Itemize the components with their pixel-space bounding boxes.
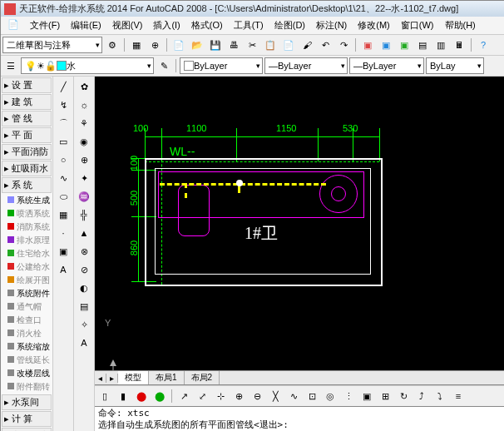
point-icon[interactable]: ·	[55, 225, 72, 241]
menu-help[interactable]: 帮助(H)	[440, 17, 481, 33]
tb-icon[interactable]: ⊹	[212, 388, 229, 404]
side-item[interactable]: 系统附件	[1, 287, 52, 300]
hatch-icon[interactable]: ▦	[55, 206, 72, 223]
menu-edit[interactable]: 编辑(E)	[66, 17, 106, 33]
side-item[interactable]: 绘展开图	[1, 274, 52, 287]
tb-icon[interactable]: ⊖	[249, 388, 265, 404]
tab-model[interactable]: 模型	[118, 371, 149, 384]
save-icon[interactable]: 💾	[207, 37, 224, 53]
match-icon[interactable]: 🖌	[299, 37, 315, 53]
side-item[interactable]: 排水原理	[1, 234, 52, 247]
undo-icon[interactable]: ↶	[317, 37, 334, 53]
pline-icon[interactable]: ↯	[55, 97, 72, 113]
tb-icon[interactable]: ≡	[450, 388, 467, 404]
menu-file[interactable]: 文件(F)	[25, 17, 65, 33]
new-icon[interactable]: 📄	[170, 37, 187, 53]
menu-window[interactable]: 窗口(W)	[396, 17, 439, 33]
tb-icon[interactable]: ↗	[175, 388, 192, 404]
drawing-canvas[interactable]: 100 1100 1150 530 100 500 860	[95, 77, 504, 370]
tb-icon[interactable]: ⊡	[304, 388, 320, 404]
tb-icon[interactable]: ✿	[76, 78, 92, 95]
tb-icon[interactable]: ▥	[432, 37, 449, 53]
layer-props-icon[interactable]: ☰	[2, 57, 19, 74]
tb-icon[interactable]: ▤	[76, 298, 92, 315]
tab-layout1[interactable]: 布局1	[149, 371, 185, 384]
lineweight-selector[interactable]: — ByLayer	[349, 57, 424, 74]
menu-tools[interactable]: 工具(T)	[229, 17, 269, 33]
tb-icon[interactable]: ▦	[128, 37, 145, 53]
menu-modify[interactable]: 修改(M)	[353, 17, 395, 33]
tb-icon[interactable]: ▲	[76, 225, 92, 241]
tb-icon[interactable]: ⚘	[76, 115, 92, 131]
tb-icon[interactable]: ▯	[96, 388, 113, 404]
spline-icon[interactable]: ∿	[55, 170, 72, 186]
menu-format[interactable]: 格式(O)	[186, 17, 228, 33]
side-group[interactable]: ▸ 平面消防	[2, 144, 52, 160]
menu-draw[interactable]: 绘图(D)	[269, 17, 310, 33]
linetype-selector[interactable]: — ByLayer	[264, 57, 348, 74]
menu-view[interactable]: 视图(V)	[107, 17, 148, 33]
tb-icon[interactable]: ⊘	[76, 261, 92, 278]
layer-selector[interactable]: 💡☀🔓 水	[21, 57, 154, 74]
side-item[interactable]: 喷洒系统	[1, 207, 52, 220]
side-group[interactable]: ▸ 水泵间	[2, 394, 52, 410]
side-item[interactable]: 系统生成	[1, 194, 52, 207]
ws-settings-icon[interactable]: ⚙	[104, 37, 121, 53]
tb-icon[interactable]: ⊕	[76, 151, 92, 168]
block-icon[interactable]: ▣	[55, 243, 72, 260]
side-group[interactable]: ▸ 平 面	[2, 127, 52, 143]
circle-icon[interactable]: ○	[55, 151, 72, 168]
side-item[interactable]: 通气帽	[1, 300, 52, 314]
side-group[interactable]: ▸ 专业标注	[2, 428, 52, 431]
ellipse-icon[interactable]: ⬭	[55, 188, 72, 205]
calc-icon[interactable]: 🖩	[451, 37, 467, 53]
tb-icon[interactable]: ▣	[359, 37, 376, 53]
tb-icon[interactable]: ⤢	[194, 388, 210, 404]
tb-icon[interactable]: ♒	[76, 188, 92, 205]
side-item[interactable]: 管线延长	[1, 354, 52, 367]
tb-icon[interactable]: ⤴	[413, 388, 430, 404]
tb-icon[interactable]: ⬤	[133, 388, 150, 404]
tb-icon[interactable]: ◐	[76, 280, 92, 296]
color-selector[interactable]: ByLayer	[180, 57, 263, 74]
side-group[interactable]: ▸ 计 算	[2, 411, 52, 427]
help-icon[interactable]: ?	[475, 37, 492, 53]
tb-icon[interactable]: ⋮	[340, 388, 357, 404]
side-item[interactable]: 消防系统	[1, 220, 52, 234]
tb-icon[interactable]: ⬤	[151, 388, 168, 404]
line-icon[interactable]: ╱	[55, 78, 72, 95]
tb-icon[interactable]: ▣	[358, 388, 375, 404]
tb-icon[interactable]: ▮	[115, 388, 131, 404]
tab-layout2[interactable]: 布局2	[185, 371, 220, 384]
tb-icon[interactable]: ▤	[414, 37, 431, 53]
menu-dim[interactable]: 标注(N)	[311, 17, 352, 33]
side-group[interactable]: ▸ 建 筑	[2, 94, 52, 110]
workspace-selector[interactable]: 二维草图与注释	[2, 37, 102, 53]
tb-icon[interactable]: A	[76, 334, 92, 351]
tb-icon[interactable]: ⊕	[230, 388, 247, 404]
text-icon[interactable]: A	[55, 261, 72, 278]
tb-icon[interactable]: ◉	[76, 133, 92, 150]
plotstyle-selector[interactable]: ByLay	[426, 57, 484, 74]
copy-icon[interactable]: 📋	[262, 37, 279, 53]
side-group[interactable]: ▸ 系 统	[2, 177, 52, 193]
side-group[interactable]: ▸ 管 线	[2, 111, 52, 126]
tb-icon[interactable]: ◎	[322, 388, 338, 404]
tb-icon[interactable]: ▣	[378, 37, 394, 53]
tb-icon[interactable]: ▣	[396, 37, 413, 53]
cut-icon[interactable]: ✂	[244, 37, 260, 53]
tb-icon[interactable]: ∿	[285, 388, 302, 404]
side-item[interactable]: 检查口	[1, 314, 52, 327]
tb-icon[interactable]: ✦	[76, 170, 92, 186]
tb-icon[interactable]: ⊕	[146, 37, 163, 53]
print-icon[interactable]: 🖶	[225, 37, 242, 53]
side-panel[interactable]: ▸ 设 置▸ 建 筑▸ 管 线▸ 平 面▸ 平面消防▸ 虹吸雨水▸ 系 统系统生…	[1, 77, 53, 431]
tb-icon[interactable]: ✧	[76, 316, 92, 333]
tb-icon[interactable]: ⊞	[377, 388, 393, 404]
tb-icon[interactable]: ⤵	[432, 388, 448, 404]
tb-icon[interactable]: ╳	[267, 388, 284, 404]
side-item[interactable]: 附件翻转	[1, 380, 52, 394]
redo-icon[interactable]: ↷	[335, 37, 352, 53]
tb-icon[interactable]: ╬	[76, 206, 92, 223]
tb-icon[interactable]: ↻	[395, 388, 412, 404]
